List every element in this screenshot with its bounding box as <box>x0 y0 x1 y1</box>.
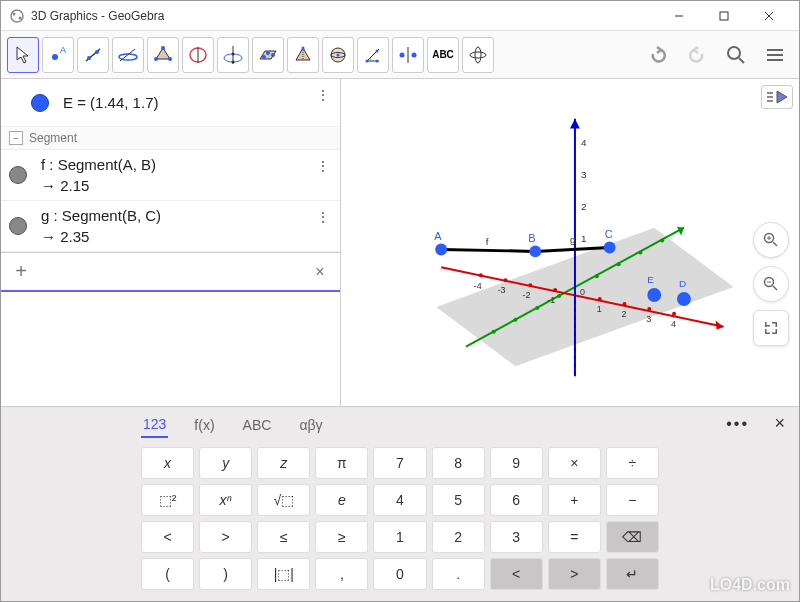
algebra-item-segment-g[interactable]: g : Segment(B, C) → 2.35 ⋮ <box>1 201 340 252</box>
svg-rect-108 <box>765 329 767 334</box>
key-backspace[interactable]: ⌫ <box>606 521 659 553</box>
key-y[interactable]: y <box>199 447 252 479</box>
undo-button[interactable] <box>640 37 676 73</box>
key-equals[interactable]: = <box>548 521 601 553</box>
move-tool[interactable] <box>7 37 39 73</box>
sphere-tool[interactable] <box>322 37 354 73</box>
key-gt[interactable]: > <box>199 521 252 553</box>
close-window-button[interactable] <box>746 2 791 30</box>
key-square[interactable]: ⬚² <box>141 484 194 516</box>
item-menu-icon[interactable]: ⋮ <box>316 209 330 225</box>
key-minus[interactable]: − <box>606 484 659 516</box>
tab-123[interactable]: 123 <box>141 412 168 438</box>
keyboard-more-button[interactable]: ••• <box>726 415 749 433</box>
svg-text:1: 1 <box>581 233 587 244</box>
rotate-view-tool[interactable] <box>462 37 494 73</box>
key-sqrt[interactable]: √⬚ <box>257 484 310 516</box>
key-z[interactable]: z <box>257 447 310 479</box>
tab-greek[interactable]: αβγ <box>297 413 324 437</box>
circle-tool[interactable] <box>182 37 214 73</box>
add-row-button[interactable]: + <box>1 260 41 283</box>
algebra-item-point-e[interactable]: E = (1.44, 1.7) ⋮ <box>1 79 340 127</box>
key-2[interactable]: 2 <box>432 521 485 553</box>
svg-line-41 <box>739 58 744 63</box>
home-view-button[interactable] <box>753 310 789 346</box>
menu-button[interactable] <box>757 37 793 73</box>
toolbar: A ABC <box>1 31 799 79</box>
search-button[interactable] <box>718 37 754 73</box>
key-comma[interactable]: , <box>315 558 368 590</box>
key-lt[interactable]: < <box>141 521 194 553</box>
zoom-in-button[interactable] <box>753 222 789 258</box>
key-3[interactable]: 3 <box>490 521 543 553</box>
app-icon <box>9 8 25 24</box>
key-9[interactable]: 9 <box>490 447 543 479</box>
tab-abc[interactable]: ABC <box>241 413 274 437</box>
key-le[interactable]: ≤ <box>257 521 310 553</box>
key-dot[interactable]: . <box>432 558 485 590</box>
key-power[interactable]: xⁿ <box>199 484 252 516</box>
reflect-tool[interactable] <box>392 37 424 73</box>
visibility-toggle-icon[interactable] <box>9 217 27 235</box>
perpendicular-tool[interactable] <box>112 37 144 73</box>
polygon-tool[interactable] <box>147 37 179 73</box>
segment-group-header[interactable]: − Segment <box>1 127 340 150</box>
svg-point-75 <box>535 306 539 310</box>
key-8[interactable]: 8 <box>432 447 485 479</box>
point-tool[interactable]: A <box>42 37 74 73</box>
line-tool[interactable] <box>77 37 109 73</box>
svg-line-99 <box>773 242 777 246</box>
key-e[interactable]: e <box>315 484 368 516</box>
svg-marker-51 <box>570 119 580 129</box>
titlebar: 3D Graphics - GeoGebra <box>1 1 799 31</box>
key-pi[interactable]: π <box>315 447 368 479</box>
stylebar-toggle-button[interactable] <box>761 85 793 109</box>
tab-fx[interactable]: f(x) <box>192 413 216 437</box>
key-right[interactable]: > <box>548 558 601 590</box>
key-rparen[interactable]: ) <box>199 558 252 590</box>
svg-point-73 <box>492 330 496 334</box>
plane-tool[interactable] <box>252 37 284 73</box>
text-tool[interactable]: ABC <box>427 37 459 73</box>
key-left[interactable]: < <box>490 558 543 590</box>
key-0[interactable]: 0 <box>373 558 426 590</box>
visibility-toggle-icon[interactable] <box>31 94 49 112</box>
key-1[interactable]: 1 <box>373 521 426 553</box>
redo-button[interactable] <box>679 37 715 73</box>
svg-text:1: 1 <box>597 304 602 314</box>
key-x[interactable]: x <box>141 447 194 479</box>
svg-point-15 <box>161 46 165 50</box>
key-4[interactable]: 4 <box>373 484 426 516</box>
keyboard-close-button[interactable]: × <box>774 413 785 434</box>
svg-point-57 <box>479 273 483 277</box>
key-divide[interactable]: ÷ <box>606 447 659 479</box>
minimize-button[interactable] <box>656 2 701 30</box>
pyramid-tool[interactable] <box>287 37 319 73</box>
item-menu-icon[interactable]: ⋮ <box>316 158 330 174</box>
zoom-out-button[interactable] <box>753 266 789 302</box>
svg-point-80 <box>660 239 664 243</box>
visibility-toggle-icon[interactable] <box>9 166 27 184</box>
key-abs[interactable]: |⬚| <box>257 558 310 590</box>
angle-tool[interactable] <box>357 37 389 73</box>
clear-input-button[interactable]: × <box>300 263 340 281</box>
key-5[interactable]: 5 <box>432 484 485 516</box>
graphics-3d-view[interactable]: 4 3 2 1 -4-3-2-1 1234 A B C f g E <box>341 79 799 406</box>
key-multiply[interactable]: × <box>548 447 601 479</box>
key-7[interactable]: 7 <box>373 447 426 479</box>
key-ge[interactable]: ≥ <box>315 521 368 553</box>
key-plus[interactable]: + <box>548 484 601 516</box>
svg-point-1 <box>13 12 16 15</box>
key-lparen[interactable]: ( <box>141 558 194 590</box>
intersect-tool[interactable] <box>217 37 249 73</box>
algebra-expression: f : Segment(A, B) <box>41 156 156 173</box>
algebra-input[interactable] <box>41 260 300 284</box>
algebra-item-segment-f[interactable]: f : Segment(A, B) → 2.15 ⋮ <box>1 150 340 201</box>
collapse-icon[interactable]: − <box>9 131 23 145</box>
item-menu-icon[interactable]: ⋮ <box>316 87 330 103</box>
axes-3d-icon: 4 3 2 1 -4-3-2-1 1234 A B C f g E <box>341 79 799 406</box>
svg-text:-4: -4 <box>474 281 482 291</box>
maximize-button[interactable] <box>701 2 746 30</box>
key-6[interactable]: 6 <box>490 484 543 516</box>
key-enter[interactable]: ↵ <box>606 558 659 590</box>
